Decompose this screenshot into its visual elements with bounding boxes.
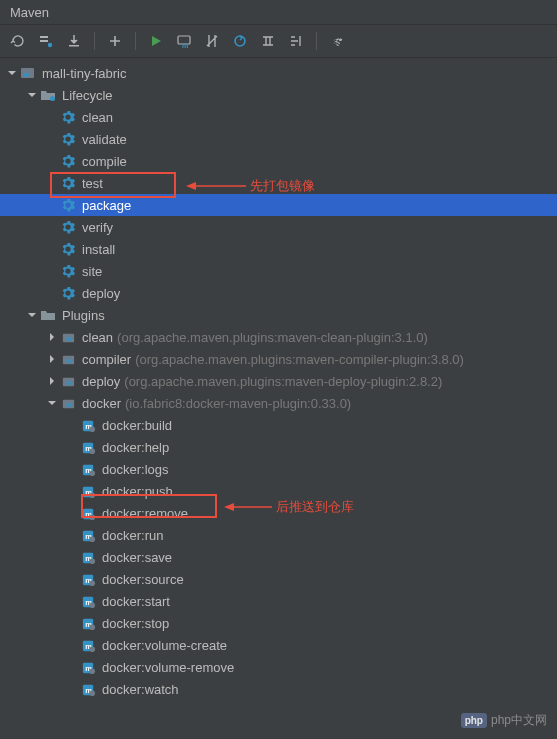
svg-text:m: m bbox=[64, 400, 71, 409]
plugin-coords: (org.apache.maven.plugins:maven-clean-pl… bbox=[117, 330, 428, 345]
settings-icon[interactable] bbox=[325, 29, 349, 53]
tree-label: clean bbox=[82, 330, 113, 345]
expand-arrow-icon[interactable] bbox=[26, 309, 38, 321]
svg-point-0 bbox=[48, 43, 52, 47]
plugin-coords: (org.apache.maven.plugins:maven-compiler… bbox=[135, 352, 464, 367]
svg-point-50 bbox=[89, 668, 95, 674]
tree-label: docker:build bbox=[102, 418, 172, 433]
expand-arrow-icon[interactable] bbox=[46, 375, 58, 387]
plugin-clean[interactable]: mclean(org.apache.maven.plugins:maven-cl… bbox=[0, 326, 557, 348]
svg-point-53 bbox=[89, 690, 95, 696]
svg-point-47 bbox=[89, 646, 95, 652]
maven-goal-icon: m bbox=[80, 571, 96, 587]
add-icon[interactable] bbox=[103, 29, 127, 53]
expand-arrow-icon[interactable] bbox=[46, 331, 58, 343]
tree-label: compiler bbox=[82, 352, 131, 367]
tree-label: docker:volume-remove bbox=[102, 660, 234, 675]
gear-icon bbox=[60, 219, 76, 235]
expand-arrow-icon[interactable] bbox=[6, 67, 18, 79]
plugin-goal-docker-save[interactable]: mdocker:save bbox=[0, 546, 557, 568]
plugin-goal-docker-build[interactable]: mdocker:build bbox=[0, 414, 557, 436]
lifecycle-goal-clean[interactable]: clean bbox=[0, 106, 557, 128]
tree-label: docker:remove bbox=[102, 506, 188, 521]
plugin-coords: (org.apache.maven.plugins:maven-deploy-p… bbox=[124, 374, 442, 389]
svg-point-26 bbox=[89, 492, 95, 498]
lifecycle-goal-verify[interactable]: verify bbox=[0, 216, 557, 238]
tree-label: Lifecycle bbox=[62, 88, 113, 103]
maven-goal-icon: m bbox=[80, 659, 96, 675]
expand-arrow-icon[interactable] bbox=[26, 89, 38, 101]
svg-text:m: m bbox=[64, 356, 71, 365]
lifecycle-goal-validate[interactable]: validate bbox=[0, 128, 557, 150]
execute-maven-icon[interactable]: m bbox=[172, 29, 196, 53]
tree-root[interactable]: m mall-tiny-fabric bbox=[0, 62, 557, 84]
tree-label: docker:run bbox=[102, 528, 163, 543]
plugin-goal-docker-volume-remove[interactable]: mdocker:volume-remove bbox=[0, 656, 557, 678]
tree-label: site bbox=[82, 264, 102, 279]
maven-tree: m mall-tiny-fabric Lifecycle cleanvalida… bbox=[0, 58, 557, 700]
gear-icon bbox=[60, 241, 76, 257]
maven-goal-icon: m bbox=[80, 505, 96, 521]
gear-icon bbox=[60, 131, 76, 147]
watermark: php php中文网 bbox=[461, 712, 547, 729]
expand-arrow-icon[interactable] bbox=[46, 353, 58, 365]
plugin-goal-docker-help[interactable]: mdocker:help bbox=[0, 436, 557, 458]
plugin-compiler[interactable]: mcompiler(org.apache.maven.plugins:maven… bbox=[0, 348, 557, 370]
maven-goal-icon: m bbox=[80, 593, 96, 609]
plugins-folder[interactable]: Plugins bbox=[0, 304, 557, 326]
cycle-icon[interactable] bbox=[228, 29, 252, 53]
svg-point-3 bbox=[235, 36, 245, 46]
skip-tests-icon[interactable] bbox=[256, 29, 280, 53]
plugin-goal-docker-push[interactable]: mdocker:push bbox=[0, 480, 557, 502]
svg-point-17 bbox=[89, 426, 95, 432]
watermark-text: php中文网 bbox=[491, 712, 547, 729]
svg-text:m: m bbox=[23, 70, 30, 79]
plugin-icon: m bbox=[60, 373, 76, 389]
tree-label: clean bbox=[82, 110, 113, 125]
tree-label: validate bbox=[82, 132, 127, 147]
tree-label: install bbox=[82, 242, 115, 257]
gear-icon bbox=[60, 153, 76, 169]
maven-goal-icon: m bbox=[80, 637, 96, 653]
svg-point-20 bbox=[89, 448, 95, 454]
plugin-goal-docker-source[interactable]: mdocker:source bbox=[0, 568, 557, 590]
toolbar-separator bbox=[94, 32, 95, 50]
plugin-goal-docker-stop[interactable]: mdocker:stop bbox=[0, 612, 557, 634]
svg-point-38 bbox=[89, 580, 95, 586]
tree-label: docker bbox=[82, 396, 121, 411]
svg-point-44 bbox=[89, 624, 95, 630]
toolbar: m bbox=[0, 25, 557, 58]
lifecycle-folder[interactable]: Lifecycle bbox=[0, 84, 557, 106]
maven-goal-icon: m bbox=[80, 483, 96, 499]
plugin-goal-docker-start[interactable]: mdocker:start bbox=[0, 590, 557, 612]
lifecycle-goal-package[interactable]: package bbox=[0, 194, 557, 216]
plugin-goal-docker-run[interactable]: mdocker:run bbox=[0, 524, 557, 546]
gear-icon bbox=[60, 109, 76, 125]
download-icon[interactable] bbox=[62, 29, 86, 53]
run-icon[interactable] bbox=[144, 29, 168, 53]
maven-goal-icon: m bbox=[80, 615, 96, 631]
tree-label: verify bbox=[82, 220, 113, 235]
expand-arrow-icon[interactable] bbox=[46, 397, 58, 409]
svg-point-23 bbox=[89, 470, 95, 476]
generate-sources-icon[interactable] bbox=[34, 29, 58, 53]
lifecycle-goal-compile[interactable]: compile bbox=[0, 150, 557, 172]
plugin-goal-docker-logs[interactable]: mdocker:logs bbox=[0, 458, 557, 480]
plugin-goal-docker-watch[interactable]: mdocker:watch bbox=[0, 678, 557, 700]
lifecycle-goal-install[interactable]: install bbox=[0, 238, 557, 260]
lifecycle-goal-deploy[interactable]: deploy bbox=[0, 282, 557, 304]
show-deps-icon[interactable] bbox=[284, 29, 308, 53]
plugin-coords: (io.fabric8:docker-maven-plugin:0.33.0) bbox=[125, 396, 351, 411]
reload-icon[interactable] bbox=[6, 29, 30, 53]
lifecycle-goal-site[interactable]: site bbox=[0, 260, 557, 282]
tree-label: docker:help bbox=[102, 440, 169, 455]
tree-label: deploy bbox=[82, 374, 120, 389]
plugin-deploy[interactable]: mdeploy(org.apache.maven.plugins:maven-d… bbox=[0, 370, 557, 392]
lifecycle-goal-test[interactable]: test bbox=[0, 172, 557, 194]
toolbar-separator bbox=[316, 32, 317, 50]
plugin-goal-docker-remove[interactable]: mdocker:remove bbox=[0, 502, 557, 524]
toggle-offline-icon[interactable] bbox=[200, 29, 224, 53]
gear-icon bbox=[60, 175, 76, 191]
plugin-goal-docker-volume-create[interactable]: mdocker:volume-create bbox=[0, 634, 557, 656]
plugin-docker[interactable]: mdocker(io.fabric8:docker-maven-plugin:0… bbox=[0, 392, 557, 414]
